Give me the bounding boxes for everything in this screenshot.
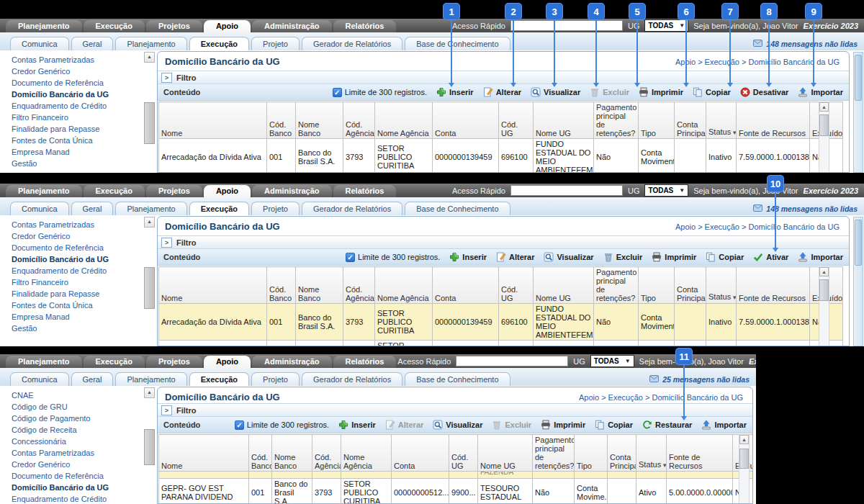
sidebar-item-enquadramento-de-credito[interactable]: Enquadramento de Crédito [0, 100, 156, 112]
table-scroll-thumb[interactable] [819, 279, 829, 301]
module-tab-execucao[interactable]: Execução [189, 37, 249, 50]
sidebar-item-empresa-manad[interactable]: Empresa Manad [0, 311, 156, 323]
sidebar-item-codigo-de-receita[interactable]: Código de Receita [0, 424, 156, 436]
sidebar-item-concessionaria[interactable]: Concessionária [0, 436, 156, 447]
scroll-up-icon[interactable]: ▲ [144, 52, 155, 63]
nav-tab-execucao[interactable]: Execução [84, 20, 145, 32]
module-tab-base-de-conhecimento[interactable]: Base de Conhecimento [405, 202, 510, 215]
table-scrollbar[interactable]: ▲ [819, 266, 830, 346]
sort-desc-icon[interactable]: ▼ [732, 130, 736, 136]
inserir-button[interactable]: Inserir [338, 420, 376, 430]
sidebar-item-enquadramento-de-credito[interactable]: Enquadramento de Crédito [0, 265, 156, 276]
module-tab-execucao[interactable]: Execução [189, 202, 249, 215]
nav-tab-administracao[interactable]: Administração [252, 356, 331, 368]
sidebar-item-contas-parametrizadas[interactable]: Contas Parametrizadas [0, 219, 156, 230]
module-tab-comunica[interactable]: Comunica [10, 372, 69, 386]
nav-tab-planejamento[interactable]: Planejamento [6, 20, 82, 32]
alterar-button[interactable]: Alterar [496, 252, 534, 262]
sidebar-item-documento-de-referencia[interactable]: Documento de Referência [0, 242, 156, 253]
sidebar-item-fontes-de-conta-unica[interactable]: Fontes de Conta Única [0, 135, 156, 146]
sidebar-item-filtro-financeiro[interactable]: Filtro Financeiro [0, 112, 156, 123]
copiar-button[interactable]: Copiar [595, 420, 633, 430]
copiar-button[interactable]: Copiar [706, 252, 744, 262]
module-tab-geral[interactable]: Geral [71, 202, 114, 215]
sidebar-item-fontes-de-conta-unica[interactable]: Fontes de Conta Única [0, 300, 156, 311]
sidebar-item-credor-generico[interactable]: Credor Genérico [0, 66, 156, 77]
module-tab-comunica[interactable]: Comunica [10, 37, 69, 50]
module-tab-gerador-de-relatorios[interactable]: Gerador de Relatórios [302, 372, 402, 386]
module-tab-gerador-de-relatorios[interactable]: Gerador de Relatórios [302, 202, 402, 215]
nav-tab-execucao[interactable]: Execução [84, 185, 145, 197]
module-tab-base-de-conhecimento[interactable]: Base de Conhecimento [405, 372, 510, 386]
scroll-up-icon[interactable]: ▲ [144, 217, 155, 228]
nav-tab-projetos[interactable]: Projetos [146, 356, 202, 368]
imprimir-button[interactable]: Imprimir [541, 420, 585, 430]
sidebar-scrollbar[interactable]: ▲ [144, 52, 154, 173]
visualizar-button[interactable]: Visualizar [531, 87, 580, 97]
sidebar-item-credor-generico[interactable]: Credor Genérico [0, 459, 156, 470]
sidebar-item-contas-parametrizadas[interactable]: Contas Parametrizadas [0, 54, 156, 66]
window-scrollbar[interactable] [853, 217, 863, 346]
limit-checkbox[interactable] [346, 253, 355, 262]
module-tab-planejamento[interactable]: Planejamento [115, 37, 186, 50]
importar-button[interactable]: Importar [798, 87, 843, 97]
importar-button[interactable]: Importar [798, 252, 843, 262]
nav-tab-administracao[interactable]: Administração [252, 185, 331, 197]
nav-tab-projetos[interactable]: Projetos [146, 185, 202, 197]
table-row[interactable]: ARRECADAÇÃO BIBLIOTECA PÚBLICA001Banco d… [159, 341, 843, 347]
sidebar-item-enquadramento-de-credito[interactable]: Enquadramento de Crédito [0, 493, 156, 504]
nav-tab-relatorios[interactable]: Relatórios [333, 185, 397, 197]
module-tab-projeto[interactable]: Projeto [251, 202, 300, 215]
table-row[interactable]: Arrecadação da Dívida Ativa001Banco do B… [159, 304, 843, 341]
ug-select[interactable]: TODAS▼ [644, 19, 688, 32]
sidebar-item-filtro-financeiro[interactable]: Filtro Financeiro [0, 276, 156, 288]
sidebar-item-documento-de-referencia[interactable]: Documento de Referência [0, 77, 156, 89]
module-tab-geral[interactable]: Geral [71, 372, 114, 386]
breadcrumb[interactable]: Apoio > Execução > Domicílio Bancário da… [675, 222, 840, 231]
alterar-button[interactable]: Alterar [483, 87, 521, 97]
nav-tab-planejamento[interactable]: Planejamento [6, 356, 82, 368]
sidebar-item-gestao[interactable]: Gestão [0, 323, 156, 334]
restaurar-button[interactable]: Restaurar [642, 420, 692, 430]
nav-tab-projetos[interactable]: Projetos [146, 20, 202, 32]
scroll-up-icon[interactable]: ▲ [819, 267, 829, 276]
scroll-up-icon[interactable]: ▲ [819, 102, 829, 112]
module-tab-execucao[interactable]: Execução [189, 372, 249, 386]
inserir-button[interactable]: Inserir [436, 87, 474, 97]
nav-tab-relatorios[interactable]: Relatórios [333, 356, 397, 368]
sidebar-item-documento-de-referencia[interactable]: Documento de Referência [0, 470, 156, 482]
filter-expand-button[interactable]: > [161, 405, 172, 415]
ativar-button[interactable]: Ativar [753, 252, 788, 262]
module-tab-planejamento[interactable]: Planejamento [115, 372, 186, 386]
nav-tab-administracao[interactable]: Administração [252, 20, 331, 32]
nav-tab-execucao[interactable]: Execução [84, 356, 145, 368]
excluir-button[interactable]: Excluir [603, 252, 643, 262]
nav-tab-apoio[interactable]: Apoio [204, 20, 251, 32]
sort-desc-icon[interactable]: ▼ [662, 462, 666, 469]
sidebar-item-finalidade-para-repasse[interactable]: Finalidade para Repasse [0, 288, 156, 300]
desativar-button[interactable]: Desativar [740, 87, 789, 97]
sidebar-item-domicilio-bancario-da-ug[interactable]: Domicílio Bancário da UG [0, 89, 156, 100]
sidebar-item-finalidade-para-repasse[interactable]: Finalidade para Repasse [0, 123, 156, 135]
importar-button[interactable]: Importar [701, 420, 747, 430]
window-scroll-thumb[interactable] [855, 55, 862, 101]
quick-access-input[interactable] [456, 356, 568, 366]
sidebar-item-empresa-manad[interactable]: Empresa Manad [0, 146, 156, 158]
table-row[interactable]: FAZENDA [159, 472, 754, 479]
sidebar-item-cnae[interactable]: CNAE [0, 390, 156, 401]
scroll-up-icon[interactable]: ▲ [739, 435, 749, 444]
sidebar-item-contas-parametrizadas[interactable]: Contas Parametrizadas [0, 447, 156, 459]
sidebar-scroll-thumb[interactable] [144, 102, 155, 144]
unread-messages[interactable]: 148 mensagens não lidas [753, 204, 858, 213]
ug-select[interactable]: TODAS▼ [644, 184, 688, 197]
table-scroll-thumb[interactable] [739, 449, 749, 469]
filter-expand-button[interactable]: > [161, 73, 172, 83]
ug-select[interactable]: TODAS▼ [590, 355, 634, 367]
sidebar-item-codigo-de-pagamento[interactable]: Código de Pagamento [0, 413, 156, 424]
sidebar-item-gestao[interactable]: Gestão [0, 158, 156, 169]
nav-tab-planejamento[interactable]: Planejamento [6, 185, 82, 197]
unread-messages[interactable]: 25 mensagens não lidas [649, 375, 750, 384]
breadcrumb[interactable]: Apoio > Execução > Domicílio Bancário da… [675, 58, 840, 66]
table-scroll-track[interactable] [739, 434, 750, 504]
table-scroll-track[interactable] [819, 102, 829, 173]
